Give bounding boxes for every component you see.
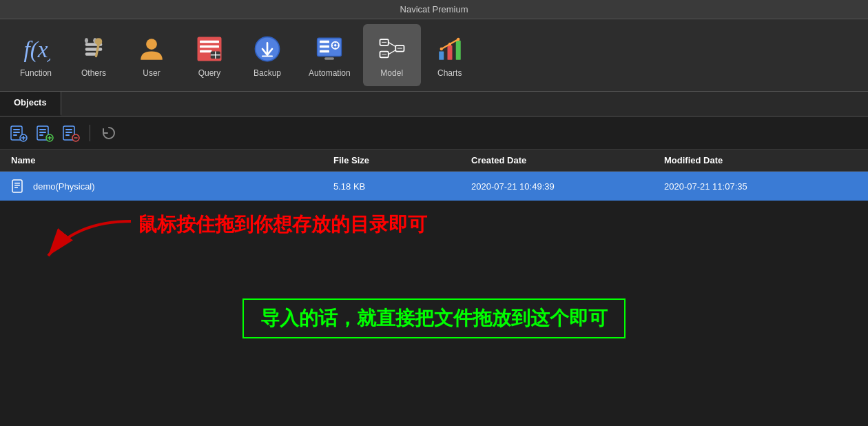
automation-icon bbox=[313, 32, 346, 65]
refresh-button[interactable] bbox=[97, 121, 121, 145]
annotation-text-1: 鼠标按住拖到你想存放的目录即可 bbox=[138, 212, 427, 238]
toolbar-item-function[interactable]: f(x) Function bbox=[7, 24, 65, 86]
charts-icon bbox=[433, 32, 466, 65]
svg-rect-60 bbox=[65, 134, 70, 136]
svg-rect-5 bbox=[85, 38, 88, 43]
query-icon bbox=[193, 32, 226, 65]
svg-rect-11 bbox=[200, 45, 219, 48]
user-label: User bbox=[143, 68, 160, 78]
user-icon bbox=[135, 32, 168, 65]
backup-label: Backup bbox=[254, 68, 281, 78]
tab-objects[interactable]: Objects bbox=[0, 92, 61, 116]
svg-rect-2 bbox=[85, 48, 103, 50]
svg-rect-63 bbox=[12, 180, 22, 192]
svg-rect-39 bbox=[455, 41, 460, 60]
row-created-date: 2020-07-21 10:49:39 bbox=[471, 181, 664, 192]
svg-point-27 bbox=[334, 44, 337, 47]
delete-model-button[interactable] bbox=[59, 121, 83, 145]
svg-rect-37 bbox=[439, 52, 444, 60]
svg-rect-52 bbox=[39, 132, 46, 133]
svg-rect-51 bbox=[39, 129, 46, 130]
row-name: demo(Physical) bbox=[33, 181, 95, 192]
svg-rect-38 bbox=[447, 45, 452, 60]
row-name-cell: demo(Physical) bbox=[11, 179, 333, 194]
row-modified-date: 2020-07-21 11:07:35 bbox=[664, 181, 857, 192]
action-divider bbox=[90, 125, 90, 141]
toolbar-item-charts[interactable]: Charts bbox=[421, 24, 479, 86]
toolbar-item-model[interactable]: Model bbox=[363, 24, 421, 86]
col-created-date: Created Date bbox=[471, 155, 664, 165]
svg-point-8 bbox=[146, 39, 157, 50]
model-file-icon bbox=[11, 179, 26, 194]
col-file-size: File Size bbox=[333, 155, 471, 165]
svg-rect-21 bbox=[320, 50, 329, 53]
col-modified-date: Modified Date bbox=[664, 155, 857, 165]
others-icon bbox=[77, 32, 110, 65]
svg-rect-59 bbox=[65, 132, 72, 133]
model-label: Model bbox=[380, 68, 403, 78]
function-icon: f(x) bbox=[19, 32, 52, 65]
new-model-button[interactable] bbox=[7, 121, 30, 145]
title-bar: Navicat Premium bbox=[0, 0, 868, 19]
svg-rect-65 bbox=[14, 185, 20, 186]
app-title: Navicat Premium bbox=[400, 4, 468, 14]
svg-rect-3 bbox=[85, 52, 96, 55]
toolbar: f(x) Function Others bbox=[0, 19, 868, 92]
svg-rect-19 bbox=[320, 41, 329, 43]
toolbar-item-query[interactable]: Query bbox=[180, 24, 238, 86]
function-label: Function bbox=[20, 68, 52, 78]
svg-rect-53 bbox=[39, 134, 43, 136]
table-row[interactable]: demo(Physical) 5.18 KB 2020-07-21 10:49:… bbox=[0, 172, 868, 201]
toolbar-item-automation[interactable]: Automation bbox=[296, 24, 363, 86]
svg-line-32 bbox=[388, 42, 395, 46]
toolbar-item-others[interactable]: Others bbox=[65, 24, 123, 86]
svg-point-42 bbox=[457, 38, 459, 41]
svg-rect-12 bbox=[200, 50, 212, 53]
col-name: Name bbox=[11, 155, 333, 165]
svg-rect-28 bbox=[324, 57, 334, 60]
query-label: Query bbox=[198, 68, 221, 78]
others-label: Others bbox=[81, 68, 106, 78]
toolbar-item-backup[interactable]: Backup bbox=[238, 24, 296, 86]
annotation-text-2: 导入的话，就直接把文件拖放到这个即可 bbox=[242, 298, 626, 338]
red-arrow-svg bbox=[21, 207, 145, 276]
tab-bar: Objects bbox=[0, 92, 868, 116]
svg-point-41 bbox=[448, 43, 451, 45]
annotation-area: 鼠标按住拖到你想存放的目录即可 导入的话，就直接把文件拖放到这个即可 bbox=[0, 201, 868, 352]
svg-rect-58 bbox=[65, 129, 72, 130]
svg-point-40 bbox=[440, 48, 442, 50]
automation-label: Automation bbox=[309, 68, 351, 78]
svg-rect-46 bbox=[13, 134, 17, 136]
svg-rect-44 bbox=[13, 129, 20, 130]
svg-rect-45 bbox=[13, 132, 20, 133]
table-header: Name File Size Created Date Modified Dat… bbox=[0, 150, 868, 172]
svg-text:f(x): f(x) bbox=[24, 37, 51, 63]
row-file-size: 5.18 KB bbox=[333, 181, 471, 192]
svg-rect-66 bbox=[14, 187, 18, 188]
svg-line-33 bbox=[388, 50, 395, 54]
svg-rect-20 bbox=[320, 45, 329, 48]
action-bar bbox=[0, 116, 868, 150]
svg-rect-10 bbox=[200, 41, 219, 43]
svg-rect-64 bbox=[14, 183, 20, 184]
new-model-from-db-button[interactable] bbox=[33, 121, 56, 145]
model-icon bbox=[375, 32, 409, 65]
backup-icon bbox=[251, 32, 284, 65]
charts-label: Charts bbox=[437, 68, 462, 78]
toolbar-item-user[interactable]: User bbox=[123, 24, 180, 86]
